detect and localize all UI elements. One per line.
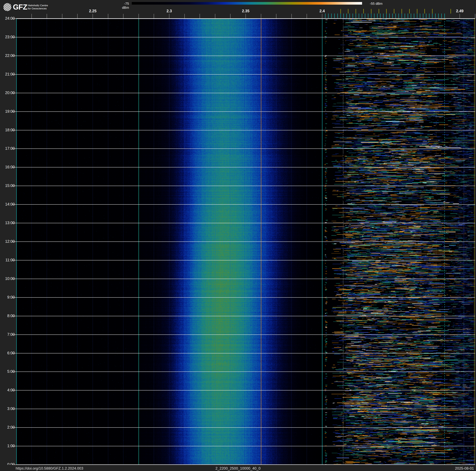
freq-minor-tick xyxy=(93,14,93,18)
freq-minor-tick xyxy=(169,14,169,18)
wifi-channel-tick xyxy=(451,9,451,14)
ble-channel-tick xyxy=(411,14,411,18)
freq-tick-label: 2.4 xyxy=(320,9,325,13)
hour-tick xyxy=(12,167,16,167)
freq-minor-tick xyxy=(32,14,32,18)
ble-channel-tick xyxy=(368,14,368,18)
ble-channel-tick xyxy=(405,14,405,18)
wifi-channel-tick xyxy=(394,9,394,14)
spectrogram-page: GFZ Helmholtz Centre for Geosciences -75… xyxy=(0,0,476,471)
wifi-channel-tick xyxy=(425,9,425,14)
spectrogram-canvas xyxy=(16,18,475,465)
ble-channel-tick xyxy=(402,14,402,18)
freq-minor-tick xyxy=(215,14,215,18)
freq-minor-tick xyxy=(261,14,261,18)
ble-channel-tick xyxy=(429,14,429,18)
ble-channel-tick xyxy=(383,14,384,18)
hour-tick xyxy=(12,260,16,260)
hour-tick xyxy=(12,93,16,93)
freq-minor-tick xyxy=(246,14,246,18)
freq-minor-tick xyxy=(138,14,139,18)
freq-minor-tick xyxy=(62,14,62,18)
hour-tick xyxy=(12,56,16,56)
hour-tick xyxy=(12,427,16,428)
logo-subtitle-line2: for Geosciences xyxy=(28,7,48,10)
ble-channel-tick xyxy=(325,14,325,18)
hour-tick xyxy=(12,297,16,298)
ble-channel-tick xyxy=(417,14,417,18)
ble-channel-tick xyxy=(353,14,353,18)
date-text: 2025-08-01 xyxy=(455,466,474,471)
ble-channel-tick xyxy=(423,14,423,18)
hour-tick xyxy=(12,279,16,279)
hour-tick xyxy=(12,372,16,372)
logo-subtitle-line1: Helmholtz Centre xyxy=(28,4,48,7)
freq-tick-label: 2.25 xyxy=(89,9,97,13)
wifi-channel-tick xyxy=(417,9,417,14)
hour-tick xyxy=(12,241,16,242)
freq-minor-tick xyxy=(184,14,185,18)
ble-channel-tick xyxy=(380,14,380,18)
freq-minor-tick xyxy=(200,14,200,18)
wifi-channel-tick xyxy=(379,9,379,14)
ble-channel-tick xyxy=(432,14,433,18)
freq-minor-tick xyxy=(322,14,322,18)
hour-tick xyxy=(12,130,16,130)
hour-tick xyxy=(12,186,16,186)
freq-minor-tick xyxy=(154,14,154,18)
ble-channel-tick xyxy=(377,14,378,18)
wifi-channel-tick xyxy=(402,9,402,14)
hour-tick xyxy=(12,111,16,112)
ble-channel-tick xyxy=(346,14,347,18)
ble-channel-tick xyxy=(420,14,420,18)
hour-tick xyxy=(12,18,16,19)
wifi-channel-tick xyxy=(386,9,387,14)
freq-minor-tick xyxy=(475,14,475,18)
ble-channel-tick xyxy=(426,14,426,18)
ble-channel-tick xyxy=(386,14,387,18)
logo-acronym: GFZ xyxy=(13,3,27,11)
ble-channel-tick xyxy=(414,14,414,18)
hour-tick xyxy=(12,390,16,390)
ble-channel-tick xyxy=(362,14,362,18)
ble-channel-tick xyxy=(395,14,396,18)
ble-channel-tick xyxy=(408,14,408,18)
gfz-stripes-logo-icon xyxy=(3,3,11,11)
hour-tick xyxy=(12,204,16,205)
wifi-channel-tick xyxy=(409,9,410,14)
ble-channel-tick xyxy=(398,14,399,18)
ble-channel-tick xyxy=(438,14,439,18)
freq-minor-tick xyxy=(276,14,276,18)
hour-tick xyxy=(12,316,16,316)
ble-channel-tick xyxy=(365,14,365,18)
wifi-channel-tick xyxy=(348,9,348,14)
colorbar-max-label: -55 dBm xyxy=(370,2,382,6)
freq-tick-label: 2.3 xyxy=(167,9,172,13)
freq-minor-tick xyxy=(77,14,78,18)
hour-tick xyxy=(12,353,16,353)
logo-subtitle: Helmholtz Centre for Geosciences xyxy=(28,4,48,10)
freq-tick-label: 2.35 xyxy=(242,9,250,13)
ble-channel-tick xyxy=(334,14,335,18)
ble-channel-tick xyxy=(374,14,374,18)
hour-tick xyxy=(12,148,16,149)
hour-tick xyxy=(12,334,16,335)
ble-channel-tick xyxy=(328,14,329,18)
freq-tick-label: 2.49 xyxy=(456,9,464,13)
ble-channel-tick xyxy=(359,14,359,18)
freq-minor-tick xyxy=(459,14,460,18)
freq-minor-tick xyxy=(230,14,230,18)
footer-bar: https://doi.org/10.5880/GFZ.1.2.2024.003… xyxy=(0,465,476,471)
ble-channel-tick xyxy=(356,14,356,18)
freq-minor-tick xyxy=(307,14,307,18)
freq-minor-tick xyxy=(108,14,108,18)
wifi-channel-tick xyxy=(371,9,372,14)
ble-channel-tick xyxy=(392,14,393,18)
hour-tick xyxy=(12,409,16,409)
ble-channel-tick xyxy=(340,14,341,18)
freq-minor-tick xyxy=(291,14,292,18)
ble-channel-tick xyxy=(343,14,344,18)
ble-channel-tick xyxy=(389,14,390,18)
wifi-channel-tick xyxy=(432,9,433,14)
ble-channel-tick xyxy=(349,14,350,18)
